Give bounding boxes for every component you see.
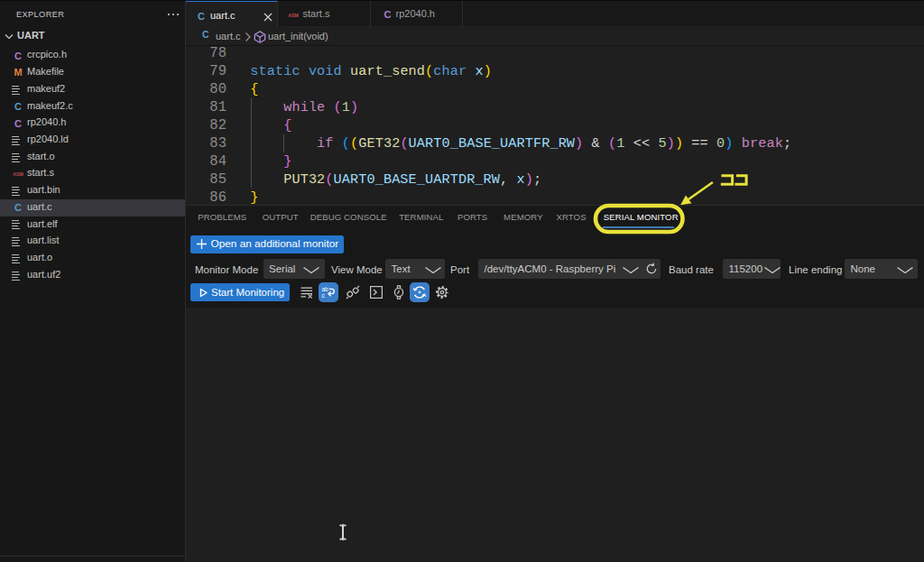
svg-text:ab: ab (322, 285, 329, 291)
svg-text:c: c (322, 291, 326, 298)
